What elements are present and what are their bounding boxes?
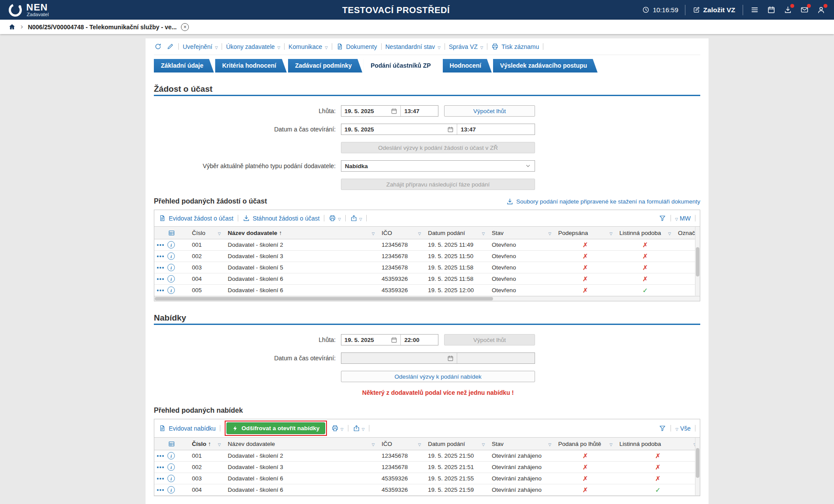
menu-dokumenty[interactable]: Dokumenty: [336, 43, 377, 50]
menu-uverejneni[interactable]: Uveřejnění: [183, 43, 218, 50]
row-menu-icon[interactable]: [157, 478, 164, 480]
nabidky-otevirani-date-input[interactable]: [341, 353, 457, 363]
otevirani-time-input[interactable]: 13:47: [457, 124, 535, 135]
profile-button[interactable]: [816, 5, 826, 15]
evidovat-nabidku-link[interactable]: Evidovat nabídku: [159, 425, 215, 432]
row-info-icon[interactable]: i: [167, 275, 175, 283]
export-table-button[interactable]: [350, 214, 362, 222]
header-ico[interactable]: IČO: [378, 438, 424, 450]
row-menu-icon[interactable]: [157, 455, 164, 457]
tab-podani-ucastniku-zp[interactable]: Podání účastníků ZP: [364, 59, 441, 72]
filter-button[interactable]: [659, 425, 666, 432]
tisk-zaznamu-link[interactable]: Tisk záznamu: [491, 43, 539, 50]
filter-dropdown-icon[interactable]: [548, 230, 551, 236]
header-listinna-podoba[interactable]: Listinná podoba: [616, 438, 700, 450]
row-menu-icon[interactable]: [157, 466, 164, 468]
calendar-icon[interactable]: [447, 355, 454, 362]
print-table-button[interactable]: [329, 214, 341, 222]
header-cislo[interactable]: Číslo: [188, 227, 224, 239]
row-menu-icon[interactable]: [157, 255, 164, 257]
menu-komunikace[interactable]: Komunikace: [288, 43, 328, 50]
row-info-icon[interactable]: i: [167, 475, 175, 482]
odeslani-vyzvy-nabidek-button[interactable]: Odeslání výzvy k podání nabídek: [341, 371, 535, 382]
downloads-button[interactable]: [783, 5, 793, 15]
calendar-icon[interactable]: [391, 108, 397, 114]
main-menu-button[interactable]: [750, 5, 760, 15]
column-settings-icon[interactable]: [168, 440, 175, 448]
create-vz-button[interactable]: Založit VZ: [692, 5, 736, 15]
odeslani-vyzvy-zadosti-button[interactable]: Odeslání výzvy k podání žádostí o účast …: [341, 142, 535, 153]
row-menu-icon[interactable]: [157, 267, 164, 269]
vypocet-lhut-button[interactable]: Výpočet lhůt: [444, 105, 535, 117]
header-ico[interactable]: IČO: [378, 227, 424, 239]
soubory-podani-link[interactable]: Soubory podání najdete připravené ke sta…: [506, 198, 700, 205]
filter-dropdown-icon[interactable]: [418, 230, 421, 236]
view-selector[interactable]: Vše: [675, 425, 691, 432]
tab-zakladni-udaje[interactable]: Základní údaje: [154, 59, 214, 72]
calendar-icon[interactable]: [447, 126, 454, 133]
edit-record-button[interactable]: [166, 42, 174, 51]
scrollbar-thumb[interactable]: [696, 448, 699, 478]
filter-dropdown-icon[interactable]: [482, 230, 485, 236]
export-table-button[interactable]: [353, 425, 365, 432]
scrollbar-thumb[interactable]: [696, 247, 699, 276]
lhuta-date-input[interactable]: 19. 5. 2025: [341, 106, 400, 116]
otevirani-date-input[interactable]: 19. 5. 2025: [341, 124, 457, 135]
print-table-button[interactable]: [331, 425, 344, 432]
header-nazev-dodavatele[interactable]: Název dodavatele: [224, 438, 378, 450]
header-listinna-podoba[interactable]: Listinná podoba: [616, 227, 674, 239]
row-info-icon[interactable]: i: [167, 264, 175, 271]
refresh-button[interactable]: [154, 42, 162, 51]
filter-dropdown-icon[interactable]: [372, 441, 375, 447]
header-stav[interactable]: Stav: [488, 438, 555, 450]
odsifrovat-otevrit-button[interactable]: Odšifrovat a otevřít nabídky: [226, 422, 325, 434]
menu-nestandardni-stav[interactable]: Nestandardní stav: [386, 43, 441, 50]
nen-logo[interactable]: NEN Zadavatel: [8, 3, 49, 17]
row-menu-icon[interactable]: [157, 278, 164, 280]
stahnout-zadosti-link[interactable]: Stáhnout žádosti o účast: [243, 214, 320, 222]
row-menu-icon[interactable]: [157, 489, 164, 491]
zahajit-pripravu-button[interactable]: Zahájit přípravu následující fáze podání: [341, 179, 535, 190]
filter-button[interactable]: [659, 214, 666, 222]
home-icon[interactable]: [8, 23, 16, 31]
nabidky-otevirani-time-input[interactable]: [457, 353, 535, 363]
header-cislo[interactable]: Číslo↑: [188, 438, 224, 450]
filter-dropdown-icon[interactable]: [418, 441, 421, 447]
filter-dropdown-icon[interactable]: [218, 230, 221, 236]
menu-sprava-vz[interactable]: Správa VZ: [449, 43, 483, 50]
scrollbar-thumb[interactable]: [155, 297, 493, 300]
filter-dropdown-icon[interactable]: [609, 230, 612, 236]
tab-hodnoceni[interactable]: Hodnocení: [443, 59, 492, 72]
evidovat-zadost-link[interactable]: Evidovat žádost o účast: [159, 214, 233, 222]
row-info-icon[interactable]: i: [167, 452, 175, 459]
row-info-icon[interactable]: i: [167, 486, 175, 494]
header-nazev-dodavatele[interactable]: Název dodavatele↑: [224, 227, 378, 239]
column-settings-icon[interactable]: [168, 229, 175, 237]
menu-ukony-zadavatele[interactable]: Úkony zadavatele: [226, 43, 280, 50]
row-info-icon[interactable]: i: [167, 287, 175, 294]
row-menu-icon[interactable]: [157, 290, 164, 291]
filter-dropdown-icon[interactable]: [609, 441, 612, 447]
filter-dropdown-icon[interactable]: [218, 441, 221, 447]
vypocet-lhut-button[interactable]: Výpočet lhůt: [444, 334, 535, 345]
row-info-icon[interactable]: i: [167, 252, 175, 260]
header-datum-podani[interactable]: Datum podání: [424, 438, 488, 450]
lhuta-time-input[interactable]: 13:47: [400, 106, 438, 116]
header-stav[interactable]: Stav: [488, 227, 555, 239]
header-podepsana[interactable]: Podepsána: [555, 227, 616, 239]
messages-button[interactable]: [799, 5, 810, 15]
tab-zadavaci-podminky[interactable]: Zadávací podmínky: [288, 59, 362, 72]
filter-dropdown-icon[interactable]: [372, 230, 375, 236]
filter-dropdown-icon[interactable]: [482, 441, 485, 447]
header-datum-podani[interactable]: Datum podání: [424, 227, 488, 239]
tab-kriteria-hodnoceni[interactable]: Kritéria hodnocení: [215, 59, 287, 72]
close-record-icon[interactable]: ×: [181, 23, 189, 31]
calendar-icon[interactable]: [391, 337, 397, 343]
row-info-icon[interactable]: i: [167, 241, 175, 249]
breadcrumb-record[interactable]: N006/25/V00004748 - Telekomunikační služ…: [28, 24, 177, 31]
calendar-button[interactable]: [766, 5, 776, 15]
filter-dropdown-icon[interactable]: [548, 441, 551, 447]
row-info-icon[interactable]: i: [167, 463, 175, 471]
nabidky-lhuta-time-input[interactable]: 22:00: [400, 335, 438, 345]
tab-vysledek-zadavaciho-postupu[interactable]: Výsledek zadávacího postupu: [493, 59, 598, 72]
